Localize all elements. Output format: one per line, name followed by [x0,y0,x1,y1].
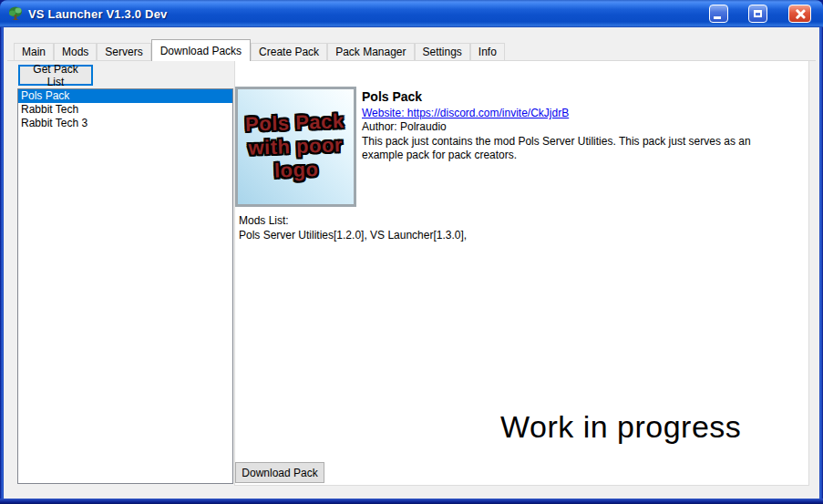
pack-name: Pols Pack [362,89,422,104]
pack-description: This pack just contains the mod Pols Ser… [362,135,792,162]
pack-logo-text-line: logo [247,157,346,184]
mods-list-label: Mods List: [239,214,289,227]
mods-list: Pols Server Utilities[1.2.0], VS Launche… [239,229,786,242]
work-in-progress-label: Work in progress [500,409,741,445]
download-pack-button[interactable]: Download Pack [235,462,324,483]
tab-create-pack[interactable]: Create Pack [251,43,327,61]
maximize-icon [754,10,762,17]
pack-logo-text: Pols Packwith poorlogo [245,109,346,184]
window-border-bottom [0,499,823,504]
tab-settings[interactable]: Settings [415,43,470,61]
window-border-right [819,27,823,504]
tab-download-packs[interactable]: Download Packs [151,39,251,61]
tab-strip: MainModsServersDownload PacksCreate Pack… [14,39,814,61]
app-tree-icon [7,5,24,22]
list-item[interactable]: Pols Pack [18,89,232,103]
list-item[interactable]: Rabbit Tech [18,103,232,117]
pack-logo-text-line: Pols Pack [245,109,345,137]
title-bar[interactable]: VS Launcher V1.3.0 Dev [0,0,823,27]
app-window: VS Launcher V1.3.0 Dev MainModsServersDo… [0,0,823,504]
pack-author: Author: Polraudio [362,120,447,133]
tab-mods[interactable]: Mods [54,43,97,61]
get-pack-list-button[interactable]: Get Pack List [18,65,93,86]
tab-servers[interactable]: Servers [97,43,150,61]
tab-main[interactable]: Main [14,43,54,61]
maximize-button[interactable] [748,5,767,23]
tab-pack-manager[interactable]: Pack Manager [327,43,414,61]
minimize-button[interactable] [709,5,728,23]
minimize-icon [714,16,721,19]
pack-logo-text-line: with poor [246,133,345,160]
pack-listbox[interactable]: Pols PackRabbit TechRabbit Tech 3 [17,88,233,484]
window-title: VS Launcher V1.3.0 Dev [28,7,168,21]
close-button[interactable] [788,5,811,23]
list-item[interactable]: Rabbit Tech 3 [18,117,232,130]
pack-logo-image: Pols Packwith poorlogo [235,87,356,207]
tab-info[interactable]: Info [470,43,505,61]
pack-website-link[interactable]: Website: https://discord.com/invite/CkJj… [362,107,569,119]
close-icon [795,9,805,19]
